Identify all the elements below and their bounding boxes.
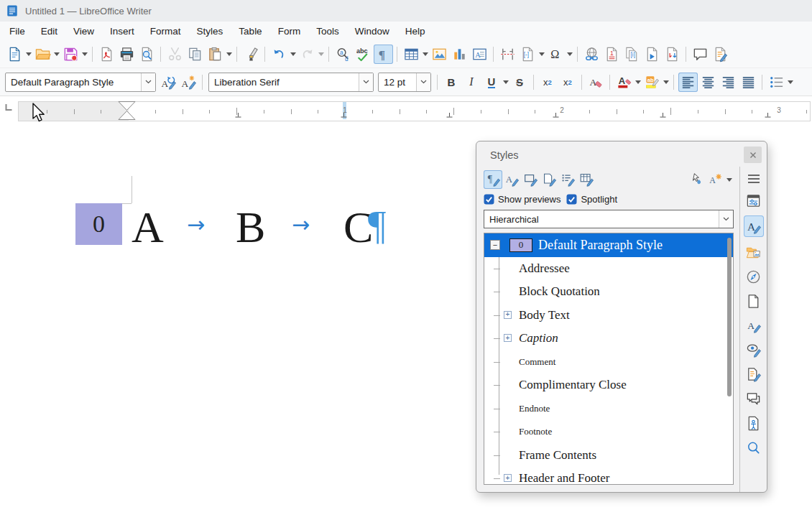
bullet-list-dropdown[interactable] [786, 73, 794, 92]
paragraph-styles-button[interactable]: ¶ [484, 170, 502, 189]
font-size-dropdown[interactable] [416, 73, 430, 91]
menu-format[interactable]: Format [142, 23, 189, 40]
sidebar-tab-gallery[interactable] [744, 243, 764, 261]
style-list-item[interactable]: Comment [484, 350, 733, 374]
sidebar-tab-character-styles[interactable]: A [744, 316, 764, 335]
style-list-item[interactable]: +Body Text [484, 304, 733, 328]
scrollbar-thumb[interactable] [727, 238, 732, 396]
frame-styles-button[interactable] [521, 170, 540, 189]
style-list-item[interactable]: Footnote [484, 420, 733, 444]
sidebar-tab-comments[interactable] [744, 389, 764, 408]
style-list-item[interactable]: Complimentary Close [484, 373, 733, 397]
sidebar-tab-style-inspector[interactable] [744, 340, 764, 359]
new-style-button[interactable]: A [179, 73, 198, 92]
menu-edit[interactable]: Edit [33, 23, 65, 40]
redo-dropdown[interactable] [317, 45, 325, 64]
insert-field-dropdown[interactable] [538, 45, 545, 64]
style-list-item[interactable]: Block Quotation [484, 280, 733, 304]
styles-list[interactable]: −0Default Paragraph StyleAddresseeBlock … [484, 233, 734, 485]
font-color-dropdown[interactable] [634, 73, 642, 92]
strikethrough-button[interactable]: S [510, 73, 530, 92]
sidebar-tab-accessibility-check[interactable] [744, 414, 764, 432]
expand-icon[interactable]: + [504, 334, 512, 342]
menu-insert[interactable]: Insert [102, 23, 142, 40]
expand-icon[interactable]: + [504, 474, 512, 482]
style-list-item[interactable]: Endnote [484, 397, 733, 421]
bold-button[interactable]: B [442, 73, 461, 92]
close-button[interactable] [744, 147, 762, 163]
new-style-from-selection-dropdown[interactable] [725, 178, 734, 182]
style-list-item[interactable]: Addressee [484, 257, 733, 281]
tab-stop-marker[interactable] [446, 108, 453, 121]
sidebar-tab-page[interactable] [744, 292, 764, 310]
clone-formatting-button[interactable] [241, 45, 261, 64]
titlebar[interactable]: Untitled 1 — LibreOffice Writer [0, 0, 812, 22]
insert-special-character-button[interactable]: Ω [546, 45, 566, 64]
insert-textbox-button[interactable]: A [470, 45, 489, 64]
insert-endnote-button[interactable]: [i] [622, 45, 642, 64]
insert-image-button[interactable] [430, 45, 449, 64]
align-left-button[interactable] [678, 73, 698, 92]
sidebar-tab-sidebar-settings[interactable] [744, 172, 764, 185]
undo-button[interactable] [269, 45, 289, 64]
update-style-button[interactable]: A [159, 73, 178, 92]
insert-table-button[interactable] [402, 45, 421, 64]
page-styles-button[interactable] [540, 170, 558, 189]
tab-stop-marker[interactable] [553, 108, 559, 121]
tab-stop-marker[interactable] [341, 108, 347, 121]
style-list-item[interactable]: Frame Contents [484, 444, 733, 468]
highlight-color-dropdown[interactable] [662, 73, 670, 92]
menu-window[interactable]: Window [347, 23, 397, 40]
tab-stop-marker[interactable] [660, 108, 666, 121]
menu-table[interactable]: Table [231, 23, 269, 40]
italic-button[interactable]: I [462, 73, 481, 92]
menu-view[interactable]: View [65, 23, 102, 40]
print-button[interactable] [117, 45, 137, 64]
align-justify-button[interactable] [739, 73, 758, 92]
undo-dropdown[interactable] [289, 45, 297, 64]
fill-format-mode-button[interactable] [688, 170, 706, 189]
export-pdf-button[interactable] [97, 45, 116, 64]
tab-type-selector[interactable] [4, 101, 13, 114]
expand-icon[interactable]: + [504, 311, 512, 319]
sidebar-tab-navigator[interactable] [744, 267, 764, 286]
menu-help[interactable]: Help [397, 23, 433, 40]
tab-stop-marker[interactable] [235, 108, 241, 121]
find-replace-button[interactable]: ad [333, 45, 353, 64]
font-size-combo[interactable]: 12 pt [378, 73, 431, 92]
insert-field-button[interactable]: [-] [518, 45, 538, 64]
sidebar-tab-find[interactable] [744, 438, 764, 457]
paragraph-style-combo[interactable]: Default Paragraph Style [5, 73, 156, 92]
indent-marker[interactable] [117, 101, 137, 124]
insert-page-break-button[interactable] [498, 45, 517, 64]
new-style-from-selection-button[interactable]: A [706, 170, 725, 189]
paragraph-style-dropdown[interactable] [141, 73, 155, 91]
new-document-dropdown[interactable] [24, 45, 32, 64]
font-name-combo[interactable]: Liberation Serif [208, 73, 374, 92]
paste-button[interactable] [206, 45, 225, 64]
spelling-button[interactable]: abc [354, 45, 373, 64]
superscript-button[interactable]: x2 [538, 73, 558, 92]
copy-button[interactable] [185, 45, 205, 64]
paste-dropdown[interactable] [225, 45, 233, 64]
insert-bookmark-button[interactable] [642, 45, 662, 64]
save-button[interactable] [61, 45, 80, 64]
collapse-icon[interactable]: − [490, 240, 500, 250]
underline-dropdown[interactable] [502, 73, 509, 92]
sidebar-tab-properties[interactable] [744, 191, 764, 210]
cut-button[interactable] [165, 45, 185, 64]
menu-tools[interactable]: Tools [308, 23, 347, 40]
formatting-marks-button[interactable]: ¶ [374, 45, 393, 64]
insert-comment-button[interactable] [691, 45, 710, 64]
insert-special-character-dropdown[interactable] [566, 45, 573, 64]
save-dropdown[interactable] [80, 45, 88, 64]
menu-form[interactable]: Form [270, 23, 309, 40]
align-center-button[interactable] [698, 73, 718, 92]
bullet-list-button[interactable] [767, 73, 786, 92]
show-previews-checkbox[interactable] [484, 194, 494, 205]
redo-button[interactable] [297, 45, 317, 64]
menu-styles[interactable]: Styles [189, 23, 231, 40]
style-list-item[interactable]: −0Default Paragraph Style [484, 233, 733, 257]
print-preview-button[interactable] [137, 45, 157, 64]
sidebar-tab-styles[interactable]: A [744, 215, 764, 237]
